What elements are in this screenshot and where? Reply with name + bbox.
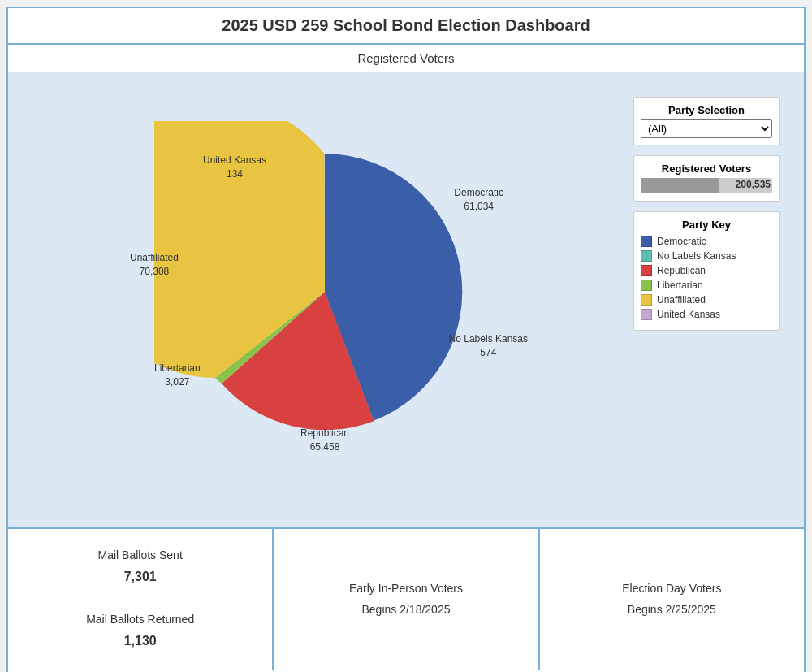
registered-voters-value: 200,535 (736, 179, 771, 190)
label-nolabels: No Labels Kansas 574 (449, 332, 528, 360)
mail-ballots-sent-value: 7,301 (124, 566, 157, 589)
key-color-unitedkansas (641, 309, 652, 320)
early-voting-card: Early In-Person Voters Begins 2/18/2025 (274, 529, 539, 670)
chart-area: Democratic 61,034 No Labels Kansas 574 R… (8, 72, 804, 527)
label-republican: Republican 65,458 (300, 427, 349, 454)
election-day-label: Election Day Voters (622, 579, 721, 599)
registered-voters-label: Registered Voters (641, 163, 772, 175)
key-color-democratic (641, 236, 652, 247)
party-key-label: Party Key (641, 219, 772, 231)
mail-ballots-card: Mail Ballots Sent 7,301 Mail Ballots Ret… (8, 529, 274, 670)
registered-voters-box: Registered Voters 200,535 (633, 155, 780, 202)
mail-ballots-returned-value: 1,130 (124, 630, 157, 653)
label-unaffiliated: Unaffiliated 70,308 (130, 251, 179, 279)
key-item-democratic: Democratic (641, 236, 772, 247)
key-color-republican (641, 265, 652, 276)
election-day-date: Begins 2/25/2025 (628, 600, 716, 620)
key-item-unitedkansas: United Kansas (641, 309, 772, 320)
key-label-unaffiliated: Unaffiliated (657, 294, 706, 306)
key-label-unitedkansas: United Kansas (657, 309, 720, 320)
key-color-unaffiliated (641, 294, 652, 306)
party-selection-box: Party Selection (All) Democratic Republi… (633, 97, 780, 145)
key-label-libertarian: Libertarian (657, 280, 703, 291)
key-item-unaffiliated: Unaffiliated (641, 294, 772, 306)
early-voting-date: Begins 2/18/2025 (362, 600, 451, 620)
dashboard-container: 2025 USD 259 School Bond Election Dashbo… (6, 7, 806, 672)
pie-chart-container: Democratic 61,034 No Labels Kansas 574 R… (24, 89, 625, 495)
registered-voters-progress: 200,535 (641, 178, 772, 193)
progress-bar-fill (641, 178, 719, 193)
election-day-card: Election Day Voters Begins 2/25/2025 (540, 529, 804, 670)
key-color-nolabels (641, 250, 652, 262)
key-label-democratic: Democratic (657, 236, 706, 247)
key-item-libertarian: Libertarian (641, 280, 772, 291)
mail-ballots-sent-label: Mail Ballots Sent (98, 545, 183, 566)
bottom-section: Mail Ballots Sent 7,301 Mail Ballots Ret… (8, 527, 804, 670)
label-unitedkansas: United Kansas 134 (203, 154, 266, 181)
party-selection-dropdown[interactable]: (All) Democratic Republican Unaffiliated… (641, 119, 772, 138)
key-item-nolabels: No Labels Kansas (641, 250, 772, 262)
label-democratic: Democratic 61,034 (454, 186, 503, 214)
sidebar: Party Selection (All) Democratic Republi… (625, 89, 788, 339)
page-subtitle: Registered Voters (8, 45, 804, 72)
key-color-libertarian (641, 280, 652, 291)
label-libertarian: Libertarian 3,027 (154, 362, 201, 389)
key-label-republican: Republican (657, 265, 706, 276)
key-item-republican: Republican (641, 265, 772, 276)
key-label-nolabels: No Labels Kansas (657, 250, 736, 262)
party-selection-label: Party Selection (641, 104, 772, 116)
early-voting-label: Early In-Person Voters (349, 579, 463, 599)
mail-ballots-returned-label: Mail Ballots Returned (86, 609, 194, 630)
party-key-box: Party Key Democratic No Labels Kansas Re… (633, 211, 780, 331)
page-title: 2025 USD 259 School Bond Election Dashbo… (8, 8, 804, 45)
